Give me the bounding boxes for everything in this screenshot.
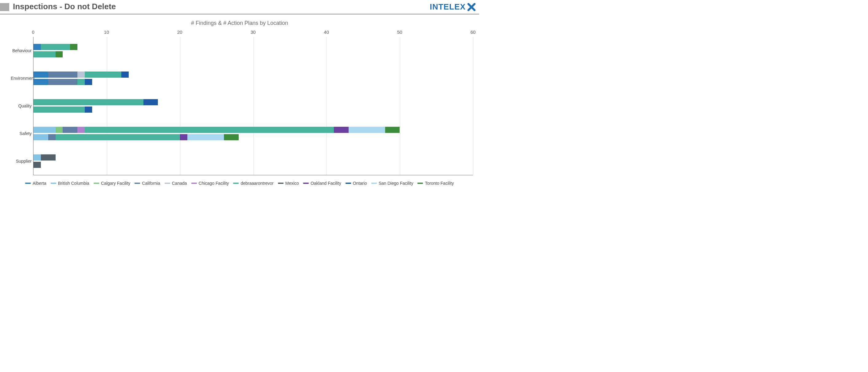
segment[interactable] xyxy=(33,71,48,78)
bar-action-plans[interactable] xyxy=(33,162,473,168)
segment[interactable] xyxy=(78,71,85,78)
category-group: Quality xyxy=(33,92,473,120)
legend-item[interactable]: Mexico xyxy=(278,181,299,186)
legend-label: California xyxy=(142,181,160,186)
segment[interactable] xyxy=(180,134,187,140)
category-group: Behaviour xyxy=(33,37,473,64)
segment[interactable] xyxy=(70,44,78,50)
x-axis-top: 0102030405060 xyxy=(33,30,473,37)
bar-findings[interactable] xyxy=(33,127,473,133)
page: Inspections - Do not Delete INTELEX # Fi… xyxy=(0,0,479,191)
x-tick-label: 40 xyxy=(324,30,329,35)
segment[interactable] xyxy=(63,127,78,133)
header-band: Inspections - Do not Delete INTELEX xyxy=(0,0,479,14)
bar-findings[interactable] xyxy=(33,71,473,78)
legend-label: San Diego Facility xyxy=(379,181,413,186)
segment[interactable] xyxy=(56,134,180,140)
segment[interactable] xyxy=(224,134,239,140)
segment[interactable] xyxy=(144,99,158,105)
segment[interactable] xyxy=(33,99,144,105)
legend-item[interactable]: debraaarontrevor xyxy=(233,181,273,186)
x-tick-label: 20 xyxy=(177,30,182,35)
legend-swatch xyxy=(278,182,283,184)
legend-swatch xyxy=(371,182,377,184)
x-tick-label: 50 xyxy=(397,30,402,35)
legend-item[interactable]: Canada xyxy=(165,181,187,186)
segment[interactable] xyxy=(187,134,224,140)
chart-area: 0102030405060 BehaviourEnvironmentQualit… xyxy=(12,30,473,175)
segment[interactable] xyxy=(48,79,78,85)
segment[interactable] xyxy=(33,51,56,57)
segment[interactable] xyxy=(33,162,41,168)
segment[interactable] xyxy=(85,106,92,113)
segment[interactable] xyxy=(48,134,56,140)
legend-swatch xyxy=(51,182,56,184)
bar-findings[interactable] xyxy=(33,155,473,161)
segment[interactable] xyxy=(56,127,63,133)
bar-action-plans[interactable] xyxy=(33,134,473,140)
gridline xyxy=(473,37,473,175)
segment[interactable] xyxy=(85,71,121,78)
bar-findings[interactable] xyxy=(33,44,473,50)
segment[interactable] xyxy=(56,51,63,57)
segment[interactable] xyxy=(121,71,129,78)
category-group: Supplier xyxy=(33,147,473,175)
segment[interactable] xyxy=(33,44,41,50)
legend-label: Mexico xyxy=(285,181,299,186)
category-label: Environment xyxy=(11,76,32,81)
segment[interactable] xyxy=(33,134,48,140)
segment[interactable] xyxy=(85,127,334,133)
segment[interactable] xyxy=(78,79,85,85)
chart-legend: AlbertaBritish ColumbiaCalgary FacilityC… xyxy=(6,181,473,186)
segment[interactable] xyxy=(41,155,56,161)
plot-area[interactable]: BehaviourEnvironmentQualitySafetySupplie… xyxy=(33,37,473,175)
legend-swatch xyxy=(25,182,31,184)
legend-label: Toronto Facility xyxy=(425,181,454,186)
legend-item[interactable]: Oakland Facility xyxy=(303,181,341,186)
legend-item[interactable]: Toronto Facility xyxy=(417,181,454,186)
chart-title: # Findings & # Action Plans by Location xyxy=(0,20,479,26)
segment[interactable] xyxy=(33,155,41,161)
segment[interactable] xyxy=(385,127,400,133)
page-title: Inspections - Do not Delete xyxy=(13,0,430,14)
legend-swatch xyxy=(233,182,239,184)
legend-swatch xyxy=(417,182,423,184)
legend-item[interactable]: San Diego Facility xyxy=(371,181,413,186)
x-tick-label: 60 xyxy=(470,30,476,35)
segment[interactable] xyxy=(48,71,78,78)
bar-action-plans[interactable] xyxy=(33,51,473,57)
legend-item[interactable]: Calgary Facility xyxy=(94,181,130,186)
legend-label: Oakland Facility xyxy=(311,181,341,186)
legend-item[interactable]: Ontario xyxy=(345,181,367,186)
legend-label: Canada xyxy=(172,181,187,186)
segment[interactable] xyxy=(33,79,48,85)
category-label: Behaviour xyxy=(11,48,32,53)
segment[interactable] xyxy=(349,127,385,133)
segment[interactable] xyxy=(41,44,70,50)
bar-action-plans[interactable] xyxy=(33,79,473,85)
category-label: Supplier xyxy=(11,159,32,164)
segment[interactable] xyxy=(334,127,349,133)
category-label: Safety xyxy=(11,131,32,136)
legend-item[interactable]: British Columbia xyxy=(51,181,89,186)
legend-swatch xyxy=(165,182,170,184)
legend-label: Ontario xyxy=(353,181,367,186)
legend-label: debraaarontrevor xyxy=(241,181,273,186)
segment[interactable] xyxy=(78,127,85,133)
brand-x-icon xyxy=(467,2,476,12)
segment[interactable] xyxy=(33,106,85,113)
legend-swatch xyxy=(345,182,351,184)
legend-item[interactable]: Chicago Facility xyxy=(191,181,229,186)
x-tick-label: 0 xyxy=(32,30,34,35)
brand-text: INTELEX xyxy=(430,2,466,12)
bar-findings[interactable] xyxy=(33,99,473,105)
bar-action-plans[interactable] xyxy=(33,106,473,113)
legend-label: Chicago Facility xyxy=(199,181,229,186)
legend-swatch xyxy=(94,182,99,184)
segment[interactable] xyxy=(33,127,56,133)
category-label: Quality xyxy=(11,103,32,108)
legend-item[interactable]: California xyxy=(134,181,160,186)
legend-item[interactable]: Alberta xyxy=(25,181,46,186)
legend-label: British Columbia xyxy=(58,181,89,186)
segment[interactable] xyxy=(85,79,92,85)
